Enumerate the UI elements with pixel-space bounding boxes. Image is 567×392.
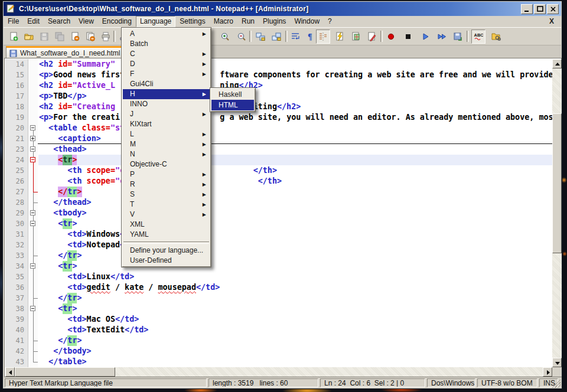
language-menu-item-yaml[interactable]: YAML (123, 230, 210, 240)
fold-collapse-icon[interactable] (30, 263, 35, 269)
menu-file[interactable]: File (4, 16, 23, 27)
language-menu-item-j[interactable]: J▶ (123, 109, 210, 119)
language-menu-item-r[interactable]: R▶ (123, 179, 210, 190)
menu-item-label: INNO (130, 100, 148, 108)
code-token: </td> (125, 325, 148, 335)
close-icon[interactable] (68, 30, 82, 44)
language-menu-item-kixtart[interactable]: KIXtart (123, 119, 210, 129)
menubar-close-button[interactable]: X (549, 17, 554, 25)
new-file-icon[interactable] (6, 30, 21, 44)
scroll-up-button[interactable] (552, 59, 562, 68)
menu-run[interactable]: Run (237, 16, 259, 27)
line-number: 28 (5, 197, 24, 208)
word-wrap-icon[interactable] (288, 30, 302, 44)
fold-collapse-icon[interactable] (30, 306, 35, 311)
minimize-button[interactable] (521, 4, 533, 14)
macro-save-icon[interactable] (451, 30, 465, 44)
language-menu-item-objective-c[interactable]: Objective-C (123, 159, 210, 169)
scroll-right-button[interactable] (543, 367, 552, 377)
sync-vertical-scrolling-icon[interactable] (253, 30, 268, 44)
vertical-scroll-thumb[interactable] (552, 113, 562, 253)
user-define-dialog-icon[interactable] (364, 30, 379, 44)
macro-record-icon[interactable] (384, 30, 398, 44)
language-menu-item-v[interactable]: V▶ (123, 210, 210, 220)
scroll-down-button[interactable] (552, 358, 562, 367)
open-icon[interactable] (22, 30, 36, 44)
code-token: <thead> (53, 144, 86, 155)
language-menu-item-d[interactable]: D▶ (123, 59, 210, 69)
editor-line: 39<td>Mac OS</td> (5, 314, 552, 325)
code-token: id= (53, 80, 72, 91)
language-menu-item-m[interactable]: M▶ (123, 139, 210, 149)
language-menu-item-batch[interactable]: Batch (123, 39, 210, 49)
line-number: 43 (5, 357, 24, 367)
language-menu-item-n[interactable]: N▶ (123, 149, 210, 159)
status-cursor-position: Ln : 24 Col : 6 Sel : 2 | 0 (320, 378, 425, 387)
language-menu-item-c[interactable]: C▶ (123, 49, 210, 59)
document-map-icon[interactable] (348, 30, 363, 44)
menu-macro[interactable]: Macro (210, 16, 237, 27)
fold-collapse-icon[interactable] (30, 221, 35, 226)
language-menu-item-f[interactable]: F▶ (123, 69, 210, 79)
language-menu-item-xml[interactable]: XML (123, 220, 210, 230)
indent-guide-icon[interactable] (316, 30, 330, 44)
close-all-icon[interactable] (83, 30, 97, 44)
menu-edit[interactable]: Edit (23, 16, 44, 27)
vertical-scrollbar[interactable] (552, 59, 562, 367)
language-menu-item-t[interactable]: T▶ (123, 200, 210, 210)
language-menu-item-inno[interactable]: INNO (123, 99, 210, 109)
tab-what-software-do-i-need[interactable]: What_software_do_I_need.html x (6, 46, 135, 58)
maximize-button[interactable] (534, 4, 546, 14)
language-menu-item-a[interactable]: A▶ (123, 29, 210, 39)
menu-settings[interactable]: Settings (175, 16, 209, 27)
code-token: <td> (67, 272, 86, 282)
language-menu-item-p[interactable]: P▶ (123, 169, 210, 179)
menu-search[interactable]: Search (44, 16, 74, 27)
language-menu-item-gui4cli[interactable]: Gui4Cli (123, 79, 210, 89)
print-icon[interactable] (99, 30, 113, 44)
fold-collapse-icon[interactable] (30, 210, 35, 215)
language-menu-item-h[interactable]: H▶ (123, 89, 210, 99)
save-all-icon[interactable] (53, 30, 67, 44)
macro-stop-icon[interactable] (401, 30, 415, 44)
language-submenu-item-html[interactable]: HTML (211, 100, 254, 110)
menu-plugins[interactable]: Plugins (259, 16, 290, 27)
window-title: C:\Users\user\Desktop\What_software_do_I… (19, 5, 308, 13)
horizontal-scrollbar[interactable] (5, 367, 552, 377)
language-submenu-item-haskell[interactable]: Haskell (211, 89, 254, 100)
horizontal-scroll-thumb[interactable] (15, 367, 115, 377)
language-menu-item-l[interactable]: L▶ (123, 129, 210, 139)
folded-region-underline[interactable] (38, 143, 552, 144)
sync-horizontal-scrolling-icon[interactable] (269, 30, 284, 44)
editor-line: 24<tr> (5, 155, 552, 165)
editor-text-area[interactable]: 14<h2 id="Summary"15<p>Good news firstft… (5, 59, 552, 367)
scroll-left-button[interactable] (5, 367, 15, 377)
spell-check-abc-icon[interactable]: ABC (471, 30, 485, 44)
menu-language[interactable]: Language (136, 16, 175, 27)
language-menu-item-define-your-language[interactable]: Define your language... (123, 246, 210, 256)
menu-encoding[interactable]: Encoding (98, 16, 136, 27)
fold-collapse-icon[interactable] (30, 157, 35, 162)
editor-line: 43</table> (5, 357, 552, 367)
zoom-out-icon[interactable] (234, 30, 249, 44)
status-eol-format: Dos\Windows (427, 378, 475, 387)
save-icon[interactable] (37, 30, 51, 44)
macro-run-multiple-icon[interactable] (435, 30, 449, 44)
function-list-icon[interactable] (333, 30, 347, 44)
resize-grip[interactable] (552, 379, 561, 388)
menu-[interactable]: ? (324, 16, 336, 27)
fold-collapse-icon[interactable] (30, 146, 35, 152)
menu-window[interactable]: Window (290, 16, 324, 27)
fold-expand-icon[interactable] (30, 136, 35, 141)
language-menu-item-s[interactable]: S▶ (123, 190, 210, 200)
zoom-in-icon[interactable] (218, 30, 232, 44)
line-number: 27 (5, 187, 24, 197)
title-bar[interactable]: C:\Users\user\Desktop\What_software_do_I… (4, 2, 561, 16)
macro-play-icon[interactable] (418, 30, 432, 44)
close-button[interactable] (547, 4, 559, 14)
language-menu-item-user-defined[interactable]: User-Defined (123, 256, 210, 266)
menu-view[interactable]: View (74, 16, 98, 27)
fold-collapse-icon[interactable] (30, 125, 35, 130)
code-token: tr (63, 261, 72, 272)
open-containing-folder-icon[interactable] (489, 30, 503, 44)
